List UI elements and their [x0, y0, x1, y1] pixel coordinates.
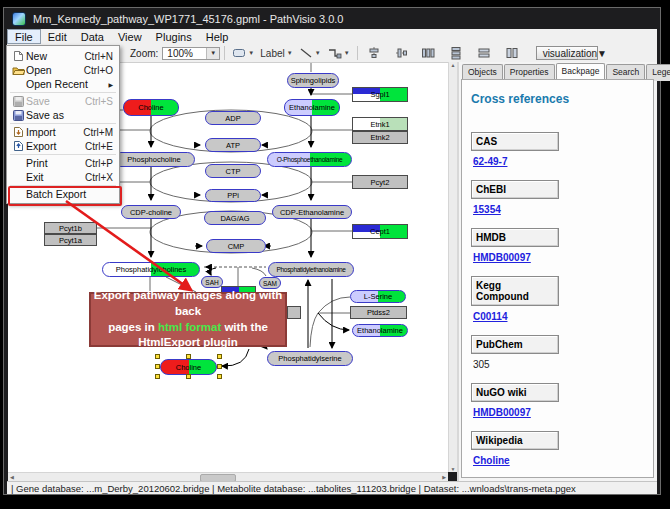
menu-help[interactable]: Help — [199, 29, 236, 44]
label-dropdown-arrow-icon[interactable]: ▼ — [287, 50, 293, 56]
file-menu-open-recent[interactable]: Open Recent ▶ — [7, 77, 119, 91]
zoom-dropdown-arrow-icon[interactable]: ▼ — [206, 48, 219, 59]
menu-view[interactable]: View — [111, 29, 149, 44]
gene-node-ptdss1-partial[interactable] — [287, 306, 301, 319]
tab-backpage[interactable]: Backpage — [556, 63, 606, 80]
line-icon — [299, 47, 313, 59]
side-panel: Objects Properties Backpage Search Legen… — [459, 62, 657, 481]
common-width-icon — [477, 47, 491, 59]
selection-handle[interactable] — [217, 374, 222, 379]
cas-link[interactable]: 62-49-7 — [473, 156, 653, 167]
hmdb-link[interactable]: HMDB00097 — [473, 252, 653, 263]
selection-handle[interactable] — [217, 354, 222, 359]
selection-handle[interactable] — [186, 374, 191, 379]
file-menu-export[interactable]: ExportCtrl+E — [7, 139, 119, 153]
visualization-combobox[interactable]: visualization ▼ — [536, 46, 598, 60]
node-dag[interactable]: DAG/AG — [204, 211, 266, 225]
section-title: CAS — [471, 132, 559, 151]
selection-handle[interactable] — [155, 354, 160, 359]
node-atp[interactable]: ATP — [205, 138, 261, 152]
menu-separator — [10, 123, 116, 124]
gene-node-cept1[interactable]: Cept1 — [352, 224, 408, 239]
zoom-label: Zoom: — [130, 48, 158, 59]
gene-node-sgpl1[interactable]: Sgpl1 — [352, 87, 408, 102]
node-cdp-ethanolamine[interactable]: CDP-Ethanolamine — [272, 205, 352, 219]
common-height-button[interactable] — [502, 46, 522, 61]
selection-handle[interactable] — [155, 364, 160, 369]
backpage-section-pubchem: PubChem 305 — [471, 335, 653, 370]
canvas-vertical-scrollbar[interactable]: ▲ ▼ — [448, 62, 457, 472]
menu-data[interactable]: Data — [74, 29, 111, 44]
scroll-left-icon[interactable]: ◀ — [10, 473, 14, 481]
selection-handle[interactable] — [155, 374, 160, 379]
line-dropdown-arrow-icon[interactable]: ▼ — [315, 50, 321, 56]
node-o-phosphoethanolamine[interactable]: O-Phosphoethanolamine — [267, 152, 352, 167]
nugo-link[interactable]: HMDB00097 — [473, 407, 653, 418]
kegg-link[interactable]: C00114 — [473, 311, 653, 322]
file-menu-new[interactable]: NewCtrl+N — [7, 49, 119, 63]
scroll-up-icon[interactable]: ▲ — [451, 62, 456, 68]
gene-node-pcyt1a[interactable]: Pcyt1a — [44, 234, 97, 246]
node-phosphocholine[interactable]: Phosphocholine — [113, 152, 195, 167]
connector-tool-button[interactable]: ▼ — [324, 46, 353, 61]
section-title: ChEBI — [471, 180, 559, 199]
backpage-section-nugo: NuGO wiki HMDB00097 — [471, 383, 653, 418]
node-cdp-choline[interactable]: CDP-choline — [121, 205, 181, 219]
backpage-section-cas: CAS 62-49-7 — [471, 132, 653, 167]
node-ethanolamine-top[interactable]: Ethanolamine — [284, 99, 340, 116]
gene-node-etnk1[interactable]: Etnk1 — [352, 117, 408, 131]
node-sam[interactable]: SAM — [259, 277, 281, 289]
cross-references-heading: Cross references — [471, 92, 653, 106]
node-phosphatidylcholines[interactable]: Phosphatidylcholines — [102, 262, 200, 277]
wikipedia-link[interactable]: Choline — [473, 455, 653, 466]
backpage-section-hmdb: HMDB HMDB00097 — [471, 228, 653, 263]
distribute-vertical-button[interactable] — [446, 46, 466, 61]
line-tool-button[interactable]: ▼ — [296, 46, 324, 61]
node-ethanolamine-bottom[interactable]: Ethanolamine — [352, 324, 408, 337]
node-adp[interactable]: ADP — [205, 111, 261, 125]
selection-handle[interactable] — [217, 364, 222, 369]
gene-node-etnk2[interactable]: Etnk2 — [352, 131, 408, 144]
node-phosphatidylserine[interactable]: Phosphatidylserine — [267, 351, 353, 366]
node-choline-selected[interactable]: Choline — [160, 359, 217, 375]
file-menu-import[interactable]: ImportCtrl+M — [7, 125, 119, 139]
gene-node-ptdss2[interactable]: Ptdss2 — [350, 306, 407, 319]
align-center-y-button[interactable] — [392, 46, 412, 61]
datanode-dropdown-arrow-icon[interactable]: ▼ — [248, 50, 254, 56]
node-choline-top[interactable]: Choline — [123, 99, 179, 116]
menu-separator — [10, 92, 116, 93]
gene-node-pcyt1b[interactable]: Pcyt1b — [44, 222, 97, 234]
file-menu-open[interactable]: OpenCtrl+O — [7, 63, 119, 77]
titlebar[interactable]: Mm_Kennedy_pathway_WP1771_45176.gpml - P… — [4, 8, 660, 30]
align-center-x-button[interactable] — [364, 46, 384, 61]
node-ppi[interactable]: PPi — [205, 189, 261, 202]
file-menu-exit[interactable]: ExitCtrl+X — [7, 170, 119, 184]
common-width-button[interactable] — [474, 46, 494, 61]
node-sah[interactable]: SAH — [201, 276, 223, 288]
node-sphingolipids[interactable]: Sphingolipids — [287, 73, 339, 88]
distribute-horizontal-button[interactable] — [418, 46, 438, 61]
section-title: Wikipedia — [471, 431, 559, 450]
menu-plugins[interactable]: Plugins — [149, 29, 199, 44]
file-menu-print[interactable]: PrintCtrl+P — [7, 156, 119, 170]
zoom-combobox[interactable]: 100% ▼ — [162, 47, 220, 60]
scroll-right-icon[interactable]: ▶ — [442, 473, 446, 481]
datanode-tool-button[interactable]: ▼ — [229, 46, 257, 61]
connector-dropdown-arrow-icon[interactable]: ▼ — [344, 50, 350, 56]
canvas-horizontal-scrollbar[interactable]: ◀ ▶ — [8, 472, 448, 481]
backpage-panel: Cross references CAS 62-49-7 ChEBI 15354… — [461, 79, 654, 478]
node-phosphatidylethanolamine[interactable]: Phosphatidylethanolamine — [268, 262, 354, 277]
menu-file[interactable]: File — [7, 29, 41, 44]
section-title: HMDB — [471, 228, 559, 247]
node-cmp[interactable]: CMP — [206, 239, 266, 253]
label-tool-button[interactable]: Label ▼ — [257, 46, 295, 61]
scroll-down-icon[interactable]: ▼ — [451, 466, 456, 472]
chebi-link[interactable]: 15354 — [473, 204, 653, 215]
file-menu-save-as[interactable]: Save as — [7, 108, 119, 122]
visualization-dropdown-arrow-icon[interactable]: ▼ — [597, 48, 607, 59]
node-ctp[interactable]: CTP — [205, 164, 261, 178]
node-l-serine[interactable]: L-Serine — [350, 290, 406, 303]
selection-handle[interactable] — [186, 354, 191, 359]
menu-edit[interactable]: Edit — [41, 29, 74, 44]
gene-node-pcyt2[interactable]: Pcyt2 — [352, 175, 408, 189]
